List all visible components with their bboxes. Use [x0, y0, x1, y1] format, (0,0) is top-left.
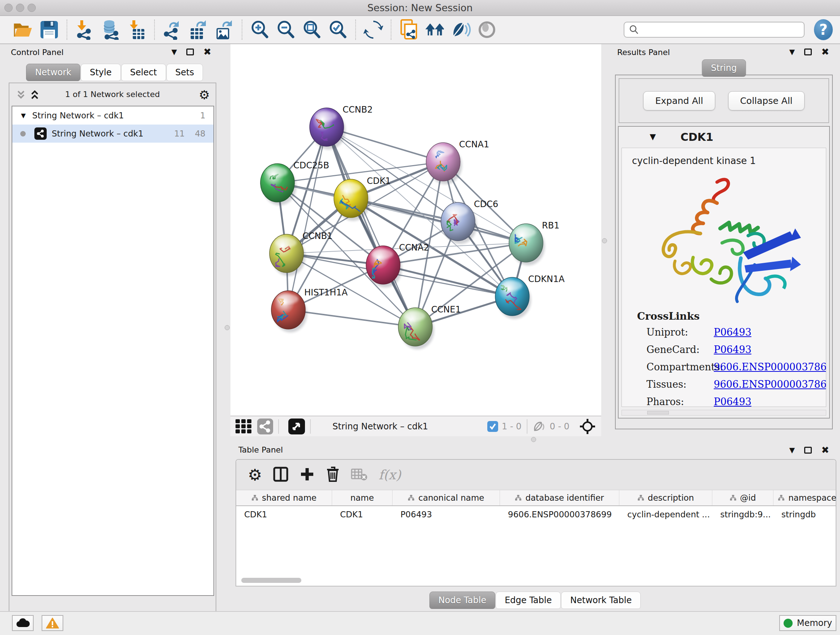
tab-network[interactable]: Network	[26, 64, 80, 81]
crosslink-compartments-link[interactable]: 9606.ENSP00000378699	[714, 361, 826, 372]
column-header-canonical-name[interactable]: canonical name	[393, 490, 500, 505]
birds-eye-view-icon[interactable]	[235, 418, 253, 434]
tab-sets[interactable]: Sets	[166, 64, 203, 81]
table-cell[interactable]: 9606.ENSP00000378699	[500, 506, 619, 519]
search-input[interactable]	[639, 25, 791, 35]
fit-selection-crosshair-icon[interactable]	[579, 418, 595, 434]
table-options-gear-icon[interactable]: ⚙	[248, 466, 262, 484]
collapse-panel-icon[interactable]: ▼	[789, 447, 795, 454]
table-horizontal-scrollbar[interactable]	[241, 578, 302, 583]
column-header-database-identifier[interactable]: database identifier	[500, 490, 619, 505]
column-header-@id[interactable]: @id	[712, 490, 774, 505]
column-type-icon	[729, 494, 737, 501]
crosslinks-heading: CrossLinks	[637, 310, 826, 322]
show-columns-icon[interactable]	[273, 466, 289, 484]
memory-button[interactable]: Memory	[779, 615, 836, 631]
network-collection-row[interactable]: ▼ String Network – cdk1 1	[12, 106, 213, 125]
edge-count: 48	[195, 129, 205, 138]
crosslinks-block: CrossLinks Uniprot:P06493 GeneCard:P0649…	[637, 310, 826, 407]
network-node-CCNE1[interactable]	[398, 308, 434, 349]
create-column-icon[interactable]	[300, 467, 315, 483]
export-table-icon[interactable]	[188, 19, 208, 40]
tab-node-table[interactable]: Node Table	[429, 592, 495, 609]
network-canvas[interactable]: CCNB2CCNA1CDC25BCDK1CDC6RB1CCNB1CCNA2CDK…	[231, 44, 601, 416]
horizontal-splitter-handle[interactable]	[531, 437, 536, 442]
function-builder-icon-disabled: f(x)	[378, 467, 401, 482]
warnings-button[interactable]	[42, 615, 63, 631]
show-graphics-details-icon[interactable]	[477, 19, 497, 40]
export-network-icon[interactable]	[162, 19, 182, 40]
crosslink-tissues-link[interactable]: 9606.ENSP00000378699	[714, 379, 826, 390]
collapse-panel-icon[interactable]: ▼	[172, 48, 177, 55]
open-session-in-browser-icon[interactable]	[399, 19, 419, 40]
close-panel-icon[interactable]: ✖	[821, 445, 829, 455]
tab-edge-table[interactable]: Edge Table	[496, 592, 561, 609]
network-options-gear-icon[interactable]: ⚙	[199, 88, 210, 102]
section-collapse-icon[interactable]: ▼	[650, 133, 656, 141]
string-home-icon[interactable]	[425, 19, 445, 40]
help-button[interactable]: ?	[814, 19, 833, 40]
tab-select[interactable]: Select	[121, 64, 166, 81]
hidden-items-eye-icon	[532, 420, 546, 432]
close-panel-icon[interactable]: ✖	[821, 47, 829, 57]
table-cell[interactable]: stringdb:9...	[712, 506, 774, 519]
collapse-panel-icon[interactable]: ▼	[789, 48, 795, 55]
table-cell[interactable]: CDK1	[332, 506, 393, 519]
export-image-icon[interactable]	[214, 19, 234, 40]
network-node-CDK1[interactable]	[334, 179, 370, 221]
memory-status-dot	[783, 619, 793, 628]
delete-column-icon[interactable]	[325, 466, 340, 484]
network-node-RB1[interactable]	[509, 224, 545, 265]
close-panel-icon[interactable]: ✖	[203, 47, 211, 57]
table-cell[interactable]: CDK1	[236, 506, 332, 519]
import-network-from-file-icon[interactable]	[74, 19, 95, 40]
search-box[interactable]	[624, 22, 805, 38]
float-panel-icon[interactable]	[804, 447, 812, 454]
column-header-shared-name[interactable]: shared name	[236, 490, 332, 505]
crosslink-pharos-link[interactable]: P06493	[714, 396, 752, 407]
cloud-status-button[interactable]	[12, 615, 34, 631]
float-panel-icon[interactable]	[186, 49, 194, 55]
node-label-HIST1H1A: HIST1H1A	[304, 287, 348, 298]
gene-section-header[interactable]: ▼ CDK1	[619, 127, 829, 147]
network-node-CDC6[interactable]	[441, 203, 477, 244]
expand-all-button[interactable]: Expand All	[643, 91, 715, 111]
network-row[interactable]: String Network – cdk1 11 48	[12, 125, 213, 143]
tab-style[interactable]: Style	[81, 64, 120, 81]
apply-layout-refresh-icon[interactable]	[363, 19, 384, 40]
column-header-name[interactable]: name	[332, 490, 393, 505]
crosslink-genecard-link[interactable]: P06493	[714, 344, 752, 355]
network-node-CCNB2[interactable]	[309, 108, 346, 149]
results-scrollbar[interactable]	[622, 410, 826, 416]
collection-name: String Network – cdk1	[32, 111, 124, 120]
enhance-graphics-icon[interactable]	[451, 19, 471, 40]
left-splitter-handle[interactable]	[225, 325, 230, 330]
import-table-from-file-icon[interactable]	[126, 19, 147, 40]
column-header-description[interactable]: description	[619, 490, 712, 505]
network-node-CDC25B[interactable]	[261, 164, 296, 205]
network-node-HIST1H1A[interactable]	[271, 291, 307, 333]
network-node-CDKN1A[interactable]	[495, 277, 531, 319]
float-panel-icon[interactable]	[804, 49, 812, 55]
tree-expand-icon[interactable]: ▼	[21, 112, 26, 119]
import-network-from-database-icon[interactable]	[101, 19, 121, 40]
save-session-icon[interactable]	[39, 19, 59, 40]
table-cell[interactable]: stringdb	[774, 506, 840, 519]
zoom-selected-icon[interactable]	[328, 19, 348, 40]
table-cell[interactable]: P06493	[393, 506, 500, 519]
selected-items-checkbox[interactable]	[487, 421, 498, 432]
column-header-namespace[interactable]: namespace	[774, 490, 840, 505]
tab-string[interactable]: String	[702, 59, 746, 77]
table-cell[interactable]: cyclin-dependent ...	[619, 506, 712, 519]
tab-network-table[interactable]: Network Table	[561, 592, 641, 609]
zoom-out-icon[interactable]	[276, 19, 296, 40]
collapse-all-button[interactable]: Collapse All	[728, 91, 805, 111]
open-view-in-window-icon[interactable]	[288, 418, 305, 434]
zoom-in-icon[interactable]	[249, 19, 270, 40]
network-node-CCNA1[interactable]	[426, 143, 462, 184]
string-view-badge-icon[interactable]	[257, 418, 273, 434]
open-session-icon[interactable]	[13, 19, 33, 40]
zoom-fit-content-icon[interactable]	[302, 19, 322, 40]
right-splitter-handle[interactable]	[602, 238, 607, 243]
crosslink-uniprot-link[interactable]: P06493	[714, 326, 752, 338]
